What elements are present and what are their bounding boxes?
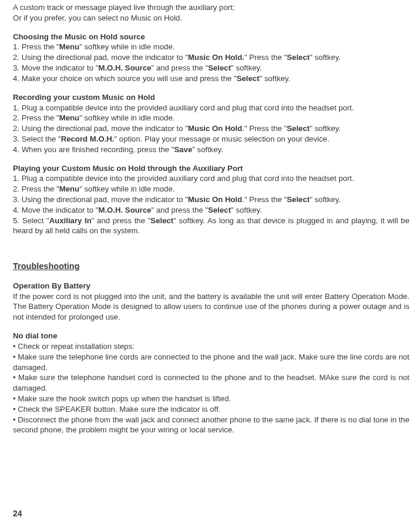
section-title-playing: Playing your Custom Music on Hold throug… [13, 163, 409, 174]
choose-step-1: 1. Press the "Menu" softkey while in idl… [13, 42, 409, 52]
play-step-1: 1. Plug a compatible device into the pro… [13, 173, 409, 184]
record-step-4: 3. Select the "Record M.O.H." option. Pl… [13, 134, 409, 145]
nodial-bullet-6: • Disconnect the phone from the wall jac… [13, 415, 409, 436]
section-title-recording: Recording your custom Music on Hold [13, 92, 409, 103]
section-title-choosing: Choosing the Music on Hold source [13, 32, 409, 42]
intro-line-1: A custom track or message played live th… [13, 2, 409, 13]
play-step-2: 2. Press the "Menu" softkey while in idl… [13, 184, 409, 194]
document-page: A custom track or message played live th… [0, 0, 420, 524]
battery-body: If the power cord is not plugged into th… [13, 291, 409, 323]
intro-line-2: Or if you prefer, you can select no Musi… [13, 13, 409, 23]
play-step-5: 5. Select "Auxiliary In" and press the "… [13, 216, 409, 237]
nodial-bullet-1: • Check or repeat installation steps: [13, 341, 409, 352]
record-step-3: 2. Using the directional pad, move the i… [13, 123, 409, 134]
nodial-bullet-5: • Check the SPEAKER button. Make sure th… [13, 404, 409, 415]
play-step-4: 4. Move the indicator to "M.O.H. Source"… [13, 205, 409, 216]
nodial-bullet-4: • Make sure the hook switch pops up when… [13, 394, 409, 404]
record-step-1: 1. Plug a compatible device into the pro… [13, 103, 409, 113]
battery-title: Operation By Battery [13, 281, 409, 291]
page-number: 24 [13, 508, 22, 519]
nodial-bullet-2: • Make sure the telephone line cords are… [13, 352, 409, 373]
record-step-2: 2. Press the "Menu" softkey while in idl… [13, 113, 409, 123]
choose-step-2: 2. Using the directional pad, move the i… [13, 52, 409, 63]
nodial-title: No dial tone [13, 331, 409, 341]
choose-step-4: 4. Make your choice on which source you … [13, 73, 409, 84]
record-step-5: 4. When you are finished recording, pres… [13, 145, 409, 155]
play-step-3: 3. Using the directional pad, move the i… [13, 194, 409, 205]
nodial-bullet-3: • Make sure the telephone handset cord i… [13, 372, 409, 394]
choose-step-3: 3. Move the indicator to "M.O.H. Source"… [13, 63, 409, 73]
troubleshooting-heading: Troubleshooting [13, 261, 409, 273]
